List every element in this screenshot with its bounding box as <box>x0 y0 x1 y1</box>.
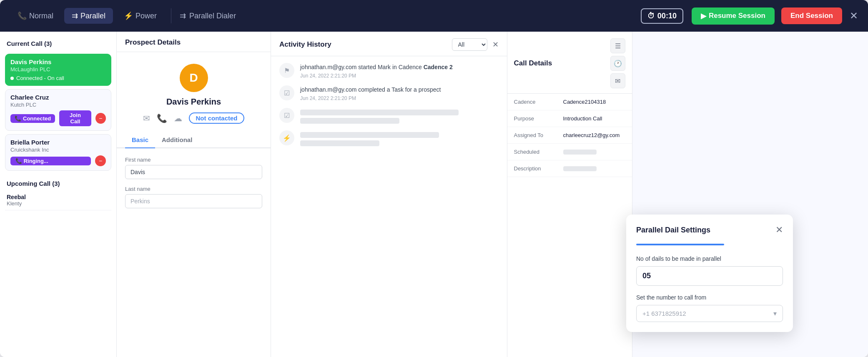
phone-icon-small: 📞 <box>15 115 21 122</box>
ringing-badge: 📞 Ringing... <box>10 157 91 165</box>
last-name-input[interactable] <box>125 194 262 208</box>
prospect-title: Prospect Details <box>125 38 262 47</box>
contact-name-charlee: Charlee Cruz <box>10 94 106 101</box>
first-name-label: First name <box>125 157 262 163</box>
connected-badge-charlee: 📞 Connected <box>10 114 55 123</box>
activity-text-1: johnathan.m@gy.com started Mark in Caden… <box>300 63 499 72</box>
close-activity-button[interactable]: ✕ <box>492 40 499 49</box>
timer-box: ⏱ 00:10 <box>641 8 683 24</box>
parallel-dial-settings-modal: Parallel Dail Settings ✕ No of dails to … <box>626 215 793 332</box>
upcoming-item-reebal[interactable]: Reebal Klenty <box>5 190 111 210</box>
parallel-icon: ⇉ <box>72 11 78 20</box>
assigned-value: charleecruz12@gy.com <box>563 132 620 138</box>
play-icon: ▶ <box>701 12 706 20</box>
left-sidebar: Current Call (3) Davis Perkins McLaughli… <box>0 32 117 357</box>
avatar: D <box>180 64 208 92</box>
call-card-active[interactable]: Davis Perkins McLaughlin PLC Connected -… <box>5 54 111 86</box>
assigned-label: Assigned To <box>514 132 560 138</box>
status-badge-davis: Connected - On call <box>16 75 64 81</box>
modal-number-text: +1 6371825912 <box>642 310 773 317</box>
decline-button[interactable]: − <box>95 113 106 124</box>
clock-icon: ⏱ <box>647 12 655 20</box>
first-name-input[interactable] <box>125 165 262 179</box>
decline-ringing-button[interactable]: − <box>95 155 106 166</box>
call-card-charlee[interactable]: Charlee Cruz Kutch PLC 📞 Connected Join … <box>5 89 111 131</box>
clock-icon-button[interactable]: 🕐 <box>610 56 625 71</box>
modal-parallel-label: No of dails to be made in parallel <box>636 255 783 262</box>
activity-body-1: johnathan.m@gy.com started Mark in Caden… <box>300 63 499 79</box>
cloud-icon-button[interactable]: ☁ <box>174 113 182 123</box>
parallel-dialer-label: ⇉ Parallel Dialer <box>180 11 236 20</box>
tab-basic[interactable]: Basic <box>125 132 155 148</box>
contact-icons-row: ✉ 📞 ☁ Not contacted <box>143 112 244 124</box>
upcoming-section: Upcoming Call (3) Reebal Klenty <box>5 178 111 210</box>
activity-header: Activity History All Calls Emails Tasks … <box>271 32 507 56</box>
tab-power[interactable]: ⚡ Power <box>116 8 164 24</box>
activity-body-3 <box>300 108 499 124</box>
join-call-button[interactable]: Join Call <box>59 110 91 126</box>
current-call-title: Current Call (3) <box>5 38 111 50</box>
tab-normal[interactable]: 📞 Normal <box>10 8 61 24</box>
mail-icon-button[interactable]: ✉ <box>610 73 625 88</box>
close-app-button[interactable]: ✕ <box>850 10 858 22</box>
call-details-panel: Call Details ☰ 🕐 ✉ Cadence Cadence210431… <box>507 32 632 357</box>
call-details-header: Call Details ☰ 🕐 ✉ <box>507 32 632 94</box>
phone-icon-button[interactable]: 📞 <box>157 113 167 123</box>
detail-row-cadence: Cadence Cadence2104318 <box>507 94 632 110</box>
modal-header: Parallel Dail Settings ✕ <box>636 225 783 235</box>
prospect-header: Prospect Details <box>117 32 271 52</box>
tabs-row: Basic Additional <box>117 132 271 148</box>
prospect-name: Davis Perkins <box>166 97 221 107</box>
divider <box>171 8 171 23</box>
purpose-label: Purpose <box>514 115 560 122</box>
activity-body-2: johnathan.m@gy.com completed a Task for … <box>300 85 499 101</box>
description-label: Description <box>514 165 560 172</box>
detail-row-assigned: Assigned To charleecruz12@gy.com <box>507 127 632 144</box>
modal-title: Parallel Dail Settings <box>636 226 775 235</box>
resume-session-button[interactable]: ▶ Resume Session <box>692 7 775 25</box>
phone-icon: 📞 <box>18 11 27 20</box>
status-row-briella: 📞 Ringing... − <box>10 155 106 166</box>
modal-parallel-input[interactable] <box>636 266 783 286</box>
activity-item-4: ⚡ <box>279 130 499 146</box>
power-icon: ⚡ <box>124 11 133 20</box>
status-row-davis: Connected - On call <box>10 75 106 81</box>
top-bar: 📞 Normal ⇉ Parallel ⚡ Power ⇉ Parallel D… <box>0 0 868 32</box>
prospect-panel: Prospect Details D Davis Perkins ✉ 📞 ☁ N… <box>117 32 271 357</box>
phone-icon-ringing: 📞 <box>15 158 22 164</box>
end-session-button[interactable]: End Session <box>781 7 842 24</box>
status-row-charlee: 📞 Connected Join Call − <box>10 110 106 126</box>
company-name-charlee: Kutch PLC <box>10 102 106 108</box>
tab-parallel[interactable]: ⇉ Parallel <box>64 8 113 24</box>
last-name-field: Last name <box>125 186 262 208</box>
activity-item-3: ☑ <box>279 108 499 124</box>
cadence-label: Cadence <box>514 99 560 105</box>
upcoming-company-reebal: Klenty <box>7 200 110 207</box>
detail-row-purpose: Purpose Introduction Call <box>507 110 632 127</box>
not-contacted-badge: Not contacted <box>189 112 244 124</box>
status-dot <box>10 77 14 80</box>
scheduled-value-blur <box>563 150 597 155</box>
activity-body-4 <box>300 130 499 146</box>
modal-close-button[interactable]: ✕ <box>775 225 783 235</box>
modal-progress-bar <box>636 244 724 245</box>
activity-time-1: Jun 24, 2022 2:21:20 PM <box>300 73 499 79</box>
upcoming-name-reebal: Reebal <box>7 194 110 200</box>
activity-title: Activity History <box>279 40 447 49</box>
prospect-info: D Davis Perkins ✉ 📞 ☁ Not contacted <box>117 52 271 132</box>
activity-filter-select[interactable]: All Calls Emails Tasks <box>452 38 487 51</box>
activity-list: ⚑ johnathan.m@gy.com started Mark in Cad… <box>271 56 507 357</box>
tab-additional[interactable]: Additional <box>155 132 199 148</box>
email-icon-button[interactable]: ✉ <box>143 113 150 123</box>
dialer-icon: ⇉ <box>180 11 186 20</box>
modal-number-label: Set the number to call from <box>636 294 783 301</box>
contact-name-briella: Briella Porter <box>10 139 106 146</box>
list-icon-button[interactable]: ☰ <box>610 38 625 53</box>
call-card-briella[interactable]: Briella Porter Cruickshank Inc 📞 Ringing… <box>5 134 111 171</box>
fields-area: First name Last name <box>117 148 271 357</box>
detail-row-scheduled: Scheduled <box>507 144 632 160</box>
activity-item-2: ☑ johnathan.m@gy.com completed a Task fo… <box>279 85 499 101</box>
modal-number-row: +1 6371825912 ▾ <box>636 305 783 322</box>
flag-icon: ⚑ <box>279 63 294 78</box>
detail-row-description: Description <box>507 160 632 177</box>
